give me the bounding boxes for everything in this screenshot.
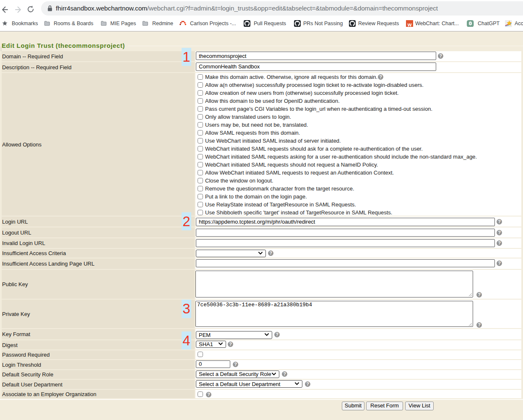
svg-text:w: w [407,22,411,27]
